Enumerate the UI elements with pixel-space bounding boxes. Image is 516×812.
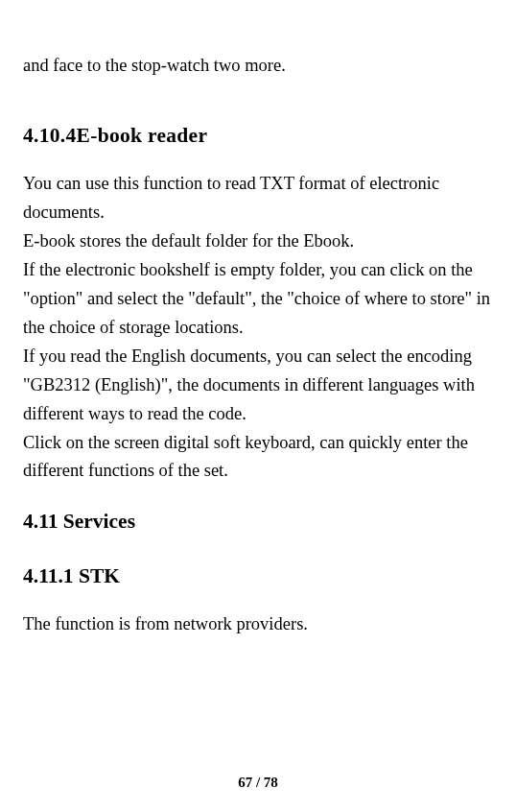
page-number-footer: 67 / 78 — [0, 775, 516, 791]
page-content: and face to the stop-watch two more. 4.1… — [23, 52, 493, 639]
paragraph: The function is from network providers. — [23, 610, 493, 639]
heading-4-11-1: 4.11.1 STK — [23, 560, 493, 593]
paragraph: E-book stores the default folder for the… — [23, 227, 493, 256]
section-4-10-4-body: You can use this function to read TXT fo… — [23, 170, 493, 487]
paragraph: You can use this function to read TXT fo… — [23, 170, 493, 227]
paragraph: If you read the English documents, you c… — [23, 343, 493, 429]
fragment-previous-page: and face to the stop-watch two more. — [23, 52, 493, 81]
fragment-text: and face to the stop-watch two more. — [23, 52, 493, 81]
heading-4-11: 4.11 Services — [23, 505, 493, 538]
section-4-11-1-body: The function is from network providers. — [23, 610, 493, 639]
heading-4-10-4: 4.10.4E-book reader — [23, 119, 493, 153]
paragraph: If the electronic bookshelf is empty fol… — [23, 256, 493, 343]
paragraph: Click on the screen digital soft keyboar… — [23, 429, 493, 487]
